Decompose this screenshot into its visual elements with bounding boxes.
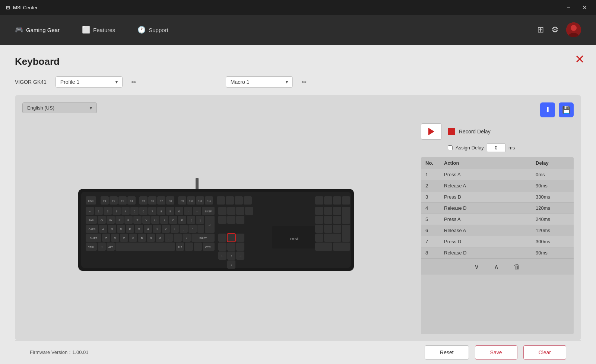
save-button[interactable]: Save: [475, 345, 517, 360]
tab-support[interactable]: 🕐 Support: [137, 26, 168, 34]
language-dropdown[interactable]: English (US) German French: [22, 102, 97, 113]
svg-text:F3: F3: [121, 200, 124, 202]
row-action: Release D: [444, 205, 536, 211]
keyboard-image-area: msi ESC F1 F2 F3 F4 F5 F6 F7 F8 F9 F10: [22, 119, 410, 333]
macro-edit-button[interactable]: ✏: [299, 77, 310, 87]
col-delay-header: Delay: [536, 160, 569, 166]
table-row[interactable]: 1 Press A 0ms: [421, 169, 574, 180]
table-row[interactable]: 8 Release D 90ms: [421, 247, 574, 259]
move-up-button[interactable]: ∧: [494, 263, 499, 271]
svg-text:→: →: [238, 254, 242, 258]
table-row[interactable]: 6 Release A 120ms: [421, 225, 574, 236]
svg-text:W: W: [109, 219, 112, 222]
col-action-header: Action: [444, 160, 536, 166]
svg-text:H: H: [147, 228, 149, 231]
svg-rect-185: [236, 243, 244, 251]
record-delay-label: Record Delay: [459, 129, 491, 134]
svg-rect-183: [218, 243, 226, 251]
support-icon: 🕐: [137, 26, 146, 34]
svg-text:9: 9: [169, 210, 171, 213]
record-options: Record Delay: [448, 128, 491, 135]
svg-rect-108: [236, 216, 244, 224]
tab-features-label: Features: [93, 27, 115, 33]
play-button[interactable]: [421, 123, 442, 140]
table-row[interactable]: 3 Press D 330ms: [421, 192, 574, 203]
svg-rect-138: [324, 225, 332, 233]
profile-edit-button[interactable]: ✏: [129, 77, 139, 87]
table-row[interactable]: 4 Release D 120ms: [421, 203, 574, 214]
svg-text:F10: F10: [189, 200, 193, 202]
svg-rect-166: [227, 234, 235, 242]
clear-button[interactable]: Clear: [523, 345, 566, 360]
table-row[interactable]: 7 Press D 300ms: [421, 236, 574, 247]
row-no: 7: [425, 239, 444, 244]
app-title: MSI Center: [13, 5, 38, 10]
app-icon: ⊞: [6, 5, 10, 10]
svg-text:Z: Z: [105, 237, 107, 240]
svg-text:J: J: [156, 228, 158, 231]
svg-text:4: 4: [125, 210, 127, 213]
svg-text:F5: F5: [142, 200, 145, 202]
svg-text:ALT: ALT: [178, 246, 183, 249]
tab-gaming-gear[interactable]: 🎮 Gaming Gear: [15, 26, 60, 34]
macro-table-footer: ∨ ∧ 🗑: [421, 259, 574, 275]
svg-text:0: 0: [178, 210, 180, 213]
svg-rect-72: [236, 207, 244, 215]
svg-rect-73: [245, 207, 253, 215]
svg-text:P: P: [181, 219, 183, 222]
svg-text:,: ,: [168, 237, 169, 240]
titlebar-close-button[interactable]: ✕: [579, 3, 590, 13]
table-row[interactable]: 2 Release A 90ms: [421, 180, 574, 192]
grid-icon-button[interactable]: ⊞: [537, 25, 544, 35]
minimize-button[interactable]: −: [564, 3, 573, 13]
svg-text:-: -: [188, 210, 189, 213]
svg-text:F2: F2: [112, 200, 115, 202]
macro-save-button[interactable]: 💾: [559, 102, 574, 117]
move-down-button[interactable]: ∨: [474, 263, 479, 271]
close-button[interactable]: ✕: [575, 52, 585, 66]
table-row[interactable]: 5 Press A 240ms: [421, 214, 574, 225]
tab-features[interactable]: ⬜ Features: [82, 26, 115, 34]
row-action: Press D: [444, 239, 536, 244]
row-no: 2: [425, 183, 444, 189]
svg-text:R: R: [127, 219, 130, 222]
avatar[interactable]: [566, 22, 581, 37]
nav-tabs: 🎮 Gaming Gear ⬜ Features 🕐 Support: [15, 26, 168, 34]
svg-rect-106: [218, 216, 226, 224]
svg-text:CTRL: CTRL: [205, 246, 212, 249]
profile-dropdown[interactable]: Profile 1 Profile 2 Profile 3: [56, 76, 123, 88]
assign-delay-row: Assign Delay 0 ms: [421, 143, 574, 152]
svg-rect-180: [194, 243, 202, 251]
svg-text:K: K: [165, 228, 167, 231]
svg-rect-38: [315, 196, 323, 205]
svg-text:←: ←: [221, 254, 224, 258]
macro-dropdown-wrapper: Macro 1 Macro 2 Macro 3 ▼: [226, 76, 293, 88]
row-action: Press D: [444, 194, 536, 200]
assign-delay-input[interactable]: 0: [487, 143, 505, 152]
svg-text:⊞: ⊞: [101, 246, 103, 249]
svg-text:A: A: [102, 228, 104, 231]
svg-rect-184: [227, 243, 235, 251]
reset-button[interactable]: Reset: [425, 345, 469, 360]
svg-text:F7: F7: [160, 200, 163, 202]
svg-rect-70: [218, 207, 226, 215]
macro-dropdown[interactable]: Macro 1 Macro 2 Macro 3: [226, 76, 293, 88]
title-bar-controls: − ✕: [564, 3, 590, 13]
settings-icon-button[interactable]: ⚙: [551, 25, 559, 35]
lang-dropdown-row: English (US) German French ▼: [22, 102, 410, 113]
download-button[interactable]: ⬇: [540, 102, 555, 117]
svg-rect-137: [315, 225, 323, 233]
svg-rect-167: [236, 234, 244, 242]
svg-text:N: N: [150, 237, 152, 240]
nav-right: ⊞ ⚙: [537, 22, 581, 37]
svg-rect-40: [333, 196, 341, 205]
keyboard-area: English (US) German French ▼: [15, 95, 581, 340]
svg-text:U: U: [154, 219, 156, 222]
profile-dropdown-wrapper: Profile 1 Profile 2 Profile 3 ▼: [56, 76, 123, 88]
delete-row-button[interactable]: 🗑: [514, 263, 520, 271]
svg-text:CAPS: CAPS: [88, 228, 95, 231]
svg-rect-39: [324, 196, 332, 205]
assign-delay-checkbox[interactable]: [448, 145, 453, 150]
svg-text:I: I: [164, 219, 165, 222]
svg-text:8: 8: [161, 210, 162, 213]
